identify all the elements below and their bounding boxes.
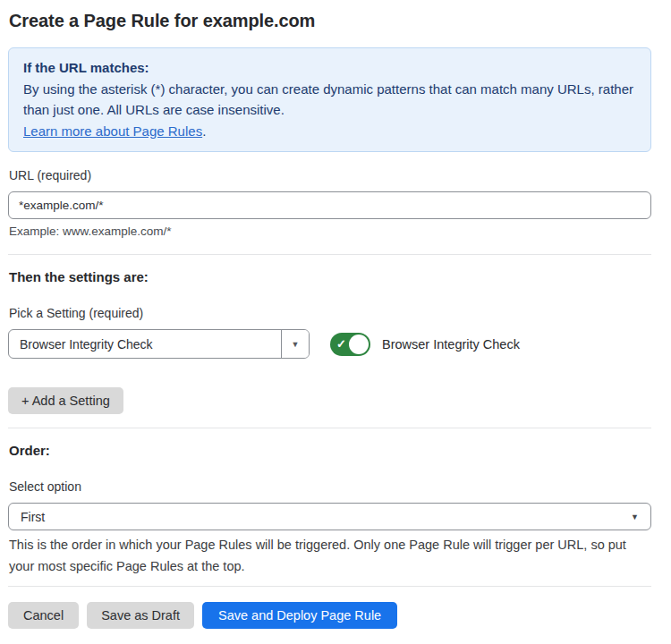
toggle-knob	[349, 335, 369, 354]
browser-integrity-check-toggle[interactable]: ✓	[330, 333, 370, 356]
settings-section-heading: Then the settings are:	[9, 269, 651, 284]
order-select-value: First	[21, 510, 45, 524]
setting-select[interactable]: Browser Integrity Check ▼	[8, 329, 310, 359]
divider	[8, 428, 651, 428]
link-suffix: .	[202, 123, 206, 139]
save-as-draft-button[interactable]: Save as Draft	[87, 602, 194, 629]
setting-select-value: Browser Integrity Check	[9, 330, 281, 358]
add-setting-button[interactable]: + Add a Setting	[8, 387, 123, 414]
url-field-label: URL (required)	[9, 168, 651, 182]
divider	[8, 586, 651, 587]
learn-more-link[interactable]: Learn more about Page Rules	[23, 123, 202, 139]
page-title: Create a Page Rule for example.com	[9, 11, 651, 31]
save-and-deploy-button[interactable]: Save and Deploy Page Rule	[202, 602, 397, 629]
order-select[interactable]: First ▼	[8, 503, 651, 530]
dropdown-arrow-icon: ▼	[631, 513, 639, 521]
order-section-heading: Order:	[9, 443, 651, 458]
divider	[8, 254, 651, 255]
order-select-label: Select option	[9, 479, 651, 494]
url-input[interactable]	[8, 191, 651, 219]
cancel-button[interactable]: Cancel	[8, 602, 79, 629]
setting-row: Browser Integrity Check ▼ ✓ Browser Inte…	[8, 329, 651, 359]
setting-select-arrow-button[interactable]: ▼	[281, 330, 309, 358]
page-rule-form: Create a Page Rule for example.com If th…	[0, 0, 671, 629]
url-matches-info-box: If the URL matches: By using the asteris…	[8, 47, 651, 152]
toggle-label: Browser Integrity Check	[382, 337, 520, 352]
url-example-helper: Example: www.example.com/*	[9, 225, 651, 238]
info-box-heading: If the URL matches:	[23, 57, 636, 79]
order-helper-text: This is the order in which your Page Rul…	[9, 534, 651, 577]
setting-picker-label: Pick a Setting (required)	[9, 306, 651, 320]
info-box-link-line: Learn more about Page Rules.	[23, 121, 636, 142]
check-icon: ✓	[336, 338, 346, 350]
info-box-body: By using the asterisk (*) character, you…	[23, 79, 636, 121]
dropdown-arrow-icon: ▼	[292, 340, 300, 349]
form-actions: Cancel Save as Draft Save and Deploy Pag…	[8, 602, 651, 629]
